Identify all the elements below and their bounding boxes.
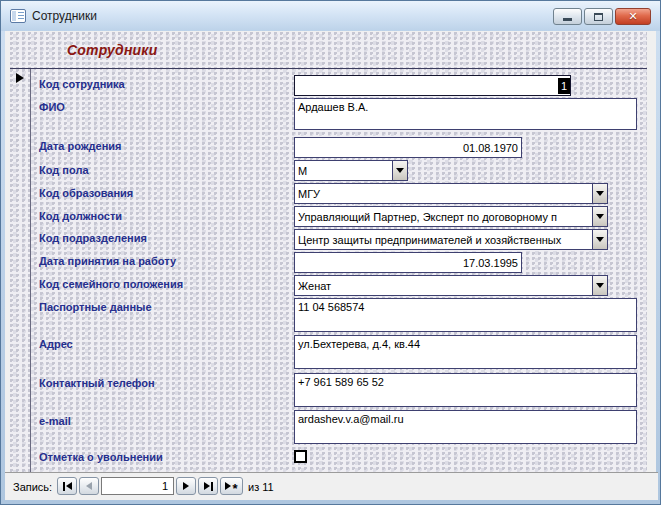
hire-date-input[interactable]: 17.03.1995 bbox=[294, 252, 522, 273]
birth-date-input[interactable]: 01.08.1970 bbox=[294, 137, 522, 158]
next-record-icon bbox=[183, 482, 189, 490]
field-label-passport-data: Паспортные данные bbox=[39, 301, 152, 313]
field-label-phone: Контактный телефон bbox=[39, 377, 155, 389]
phone-input[interactable]: +7 961 589 65 52 bbox=[294, 373, 637, 407]
first-record-button[interactable] bbox=[57, 477, 77, 495]
new-record-icon bbox=[225, 482, 231, 490]
field-label-marital-status: Код семейного положения bbox=[39, 278, 183, 290]
window-title: Сотрудники bbox=[32, 9, 97, 23]
chevron-down-icon bbox=[596, 191, 604, 196]
field-label-hire-date: Дата принятия на работу bbox=[39, 255, 176, 267]
chevron-down-icon bbox=[396, 168, 404, 173]
position-code-combobox[interactable]: Управляющий Партнер, Эксперт по договорн… bbox=[294, 206, 608, 227]
fio-input[interactable]: Ардашев В.А. bbox=[294, 98, 637, 130]
record-navigator: Запись: 1 * из 11 bbox=[5, 473, 658, 500]
previous-record-icon bbox=[86, 482, 92, 490]
chevron-down-icon bbox=[596, 214, 604, 219]
minimize-icon bbox=[563, 18, 572, 21]
current-record-input[interactable]: 1 bbox=[101, 477, 174, 495]
close-button[interactable]: ✕ bbox=[615, 8, 651, 25]
chevron-down-icon bbox=[596, 283, 604, 288]
employee-code-input[interactable]: 1 bbox=[294, 75, 571, 96]
field-label-education-code: Код образования bbox=[39, 187, 133, 199]
field-label-employee-code: Код сотрудника bbox=[39, 78, 125, 90]
first-record-icon bbox=[63, 482, 65, 491]
address-input[interactable]: ул.Бехтерева, д.4, кв.44 bbox=[294, 335, 637, 369]
education-code-combobox[interactable]: МГУ bbox=[294, 183, 608, 204]
form-client-area: Сотрудники Код сотрудника ФИО Дата рожде… bbox=[5, 31, 656, 500]
email-input[interactable]: ardashev.v.a@mail.ru bbox=[294, 410, 637, 444]
selected-text: 1 bbox=[558, 78, 570, 94]
dismissal-checkbox[interactable] bbox=[294, 450, 307, 463]
maximize-icon bbox=[594, 13, 603, 21]
form-header-title: Сотрудники bbox=[67, 42, 157, 58]
field-label-department-code: Код подразделения bbox=[39, 232, 147, 244]
access-form-window: Сотрудники ✕ Сотрудники Код сотрудника Ф… bbox=[0, 0, 661, 505]
last-record-icon bbox=[204, 482, 210, 490]
field-label-gender-code: Код пола bbox=[39, 164, 89, 176]
field-label-birth-date: Дата рождения bbox=[39, 140, 122, 152]
titlebar: Сотрудники ✕ bbox=[1, 1, 660, 31]
header-divider bbox=[10, 68, 647, 69]
next-record-button[interactable] bbox=[176, 477, 196, 495]
gender-dropdown-arrow[interactable] bbox=[392, 161, 407, 180]
record-count-label: из 11 bbox=[248, 481, 274, 493]
department-code-combobox[interactable]: Центр защиты предпринимателей и хозяйств… bbox=[294, 229, 608, 250]
department-dropdown-arrow[interactable] bbox=[592, 230, 607, 249]
close-icon: ✕ bbox=[628, 11, 637, 22]
last-record-button[interactable] bbox=[198, 477, 218, 495]
chevron-down-icon bbox=[596, 237, 604, 242]
field-label-fio: ФИО bbox=[39, 101, 65, 113]
current-record-arrow-icon bbox=[16, 73, 24, 83]
new-record-button[interactable]: * bbox=[220, 477, 243, 495]
education-dropdown-arrow[interactable] bbox=[592, 184, 607, 203]
marital-dropdown-arrow[interactable] bbox=[592, 276, 607, 295]
field-label-address: Адрес bbox=[39, 338, 73, 350]
field-label-email: e-mail bbox=[39, 415, 71, 427]
position-dropdown-arrow[interactable] bbox=[592, 207, 607, 226]
previous-record-button[interactable] bbox=[79, 477, 99, 495]
minimize-button[interactable] bbox=[553, 8, 582, 25]
passport-data-input[interactable]: 11 04 568574 bbox=[294, 298, 637, 332]
form-body: Сотрудники Код сотрудника ФИО Дата рожде… bbox=[10, 32, 647, 475]
maximize-button[interactable] bbox=[584, 8, 613, 25]
record-selector-bar[interactable] bbox=[10, 69, 31, 475]
field-label-position-code: Код должности bbox=[39, 210, 122, 222]
form-icon bbox=[10, 9, 26, 23]
gender-code-combobox[interactable]: М bbox=[294, 160, 408, 181]
marital-status-combobox[interactable]: Женат bbox=[294, 275, 608, 296]
field-label-dismissal: Отметка о увольнении bbox=[39, 451, 163, 463]
record-label: Запись: bbox=[13, 481, 52, 493]
